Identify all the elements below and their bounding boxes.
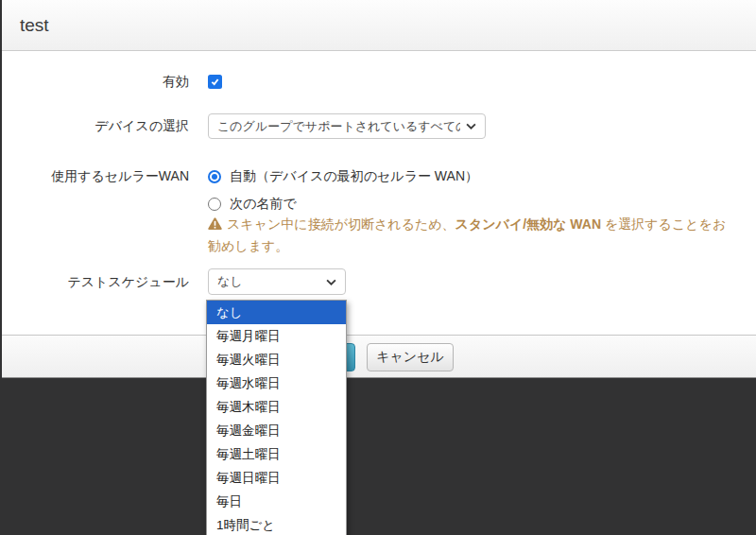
enabled-checkbox[interactable] (208, 75, 222, 89)
device-row: デバイスの選択 このグループでサポートされているすべてのデバイス (2, 113, 756, 139)
device-select-value: このグループでサポートされているすべてのデバイス (217, 118, 460, 135)
checkmark-icon (210, 77, 220, 87)
schedule-select-label: テストスケジュール (2, 268, 189, 295)
wan-auto-radio[interactable] (208, 170, 221, 183)
warning-triangle-icon (208, 215, 222, 235)
cancel-button-label: キャンセル (376, 349, 444, 366)
wan-named-radio[interactable] (208, 198, 221, 211)
page-background: test 有効 デバイスの選択 このグループで (0, 0, 756, 535)
schedule-dropdown-option[interactable]: 毎週火曜日 (207, 348, 346, 371)
modal-body: 有効 デバイスの選択 このグループでサポートされているすべてのデバイス (2, 51, 756, 334)
chevron-down-icon (326, 279, 336, 285)
enabled-label: 有効 (2, 74, 189, 91)
schedule-dropdown-option[interactable]: 毎週水曜日 (207, 371, 346, 395)
cancel-button[interactable]: キャンセル (367, 343, 454, 371)
schedule-dropdown-option[interactable]: なし (207, 301, 346, 324)
schedule-row: テストスケジュール なし (2, 268, 756, 295)
wan-auto-radio-label: 自動（デバイスの最初のセルラー WAN） (230, 168, 478, 185)
warning-text-bold: スタンバイ/無効な WAN (455, 216, 601, 232)
settings-modal: test 有効 デバイスの選択 このグループで (2, 0, 756, 378)
schedule-dropdown-list: なし毎週月曜日毎週火曜日毎週水曜日毎週木曜日毎週金曜日毎週土曜日毎週日曜日毎日1… (206, 300, 347, 535)
device-select[interactable]: このグループでサポートされているすべてのデバイス (208, 113, 486, 139)
schedule-dropdown-option[interactable]: 毎週土曜日 (207, 442, 346, 466)
scan-warning-message: スキャン中に接続が切断されるため、スタンバイ/無効な WAN を選択することをお… (208, 214, 737, 256)
schedule-dropdown-option[interactable]: 毎日 (207, 490, 346, 513)
schedule-select[interactable]: なし (208, 268, 346, 295)
schedule-dropdown-option[interactable]: 毎週金曜日 (207, 419, 346, 442)
schedule-dropdown-option[interactable]: 毎週月曜日 (207, 324, 346, 348)
modal-title: test (20, 15, 49, 36)
chevron-down-icon (466, 123, 476, 129)
schedule-dropdown-option[interactable]: 毎週木曜日 (207, 395, 346, 419)
wan-named-radio-label: 次の名前で (230, 196, 297, 213)
enabled-row: 有効 (2, 74, 756, 91)
warning-text-prefix: スキャン中に接続が切断されるため、 (227, 216, 455, 232)
modal-footer: キャンセル (2, 335, 756, 378)
modal-header: test (2, 0, 756, 51)
schedule-select-value: なし (217, 273, 320, 290)
device-select-label: デバイスの選択 (2, 113, 189, 139)
cellular-wan-label: 使用するセルラーWAN (2, 168, 189, 223)
schedule-dropdown-option[interactable]: 毎週日曜日 (207, 466, 346, 490)
schedule-dropdown-option[interactable]: 1時間ごと (207, 513, 346, 535)
